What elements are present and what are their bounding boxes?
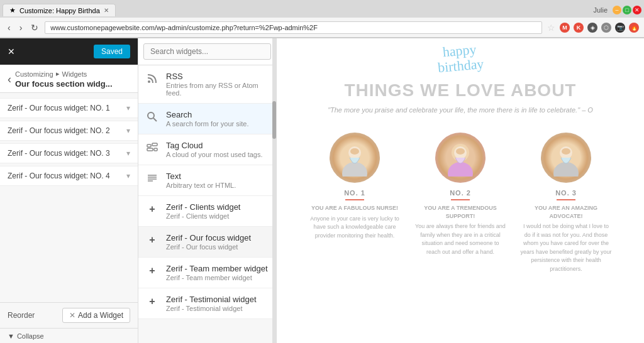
scrollbar-thumb[interactable]: [272, 101, 276, 139]
widget-list: Zerif - Our focus widget: NO. 1 ▾ Zerif …: [0, 93, 138, 302]
preview-area: happy birthday THINGS WE LOVE ABOUT "The…: [277, 38, 644, 343]
search-input[interactable]: [143, 43, 271, 60]
card-text-3: I would not be doing what I love to do i…: [519, 222, 613, 273]
customizer-header: ✕ Saved: [0, 38, 138, 65]
avatar-1: [330, 133, 380, 183]
forward-button[interactable]: ›: [17, 21, 25, 34]
list-item[interactable]: Search A search form for your site.: [138, 104, 276, 134]
add-icon: +: [146, 204, 158, 215]
browser-icon-4[interactable]: ⬡: [601, 23, 611, 33]
widget-footer: Reorder ✕ Add a Widget: [0, 302, 138, 328]
widget-item-label: Zerif - Our focus widget: NO. 1: [8, 104, 110, 112]
list-item[interactable]: Tag Cloud A cloud of your most used tags…: [138, 134, 276, 165]
search-icon: [146, 111, 158, 126]
maximize-button[interactable]: □: [623, 6, 631, 14]
tab-close-button[interactable]: ✕: [104, 7, 109, 14]
picker-item-desc: Arbitrary text or HTML.: [166, 182, 236, 189]
picker-item-title: Zerif - Our focus widget: [166, 233, 251, 242]
collapse-button[interactable]: ▼ Collapse: [8, 332, 44, 340]
tab-title: Customize: Happy Birthda...: [19, 7, 100, 14]
widget-picker-panel: RSS Entries from any RSS or Atom feed. S…: [138, 38, 277, 343]
customizer-panel: ✕ Saved ‹ Customizing ▸ Widgets Our focu…: [0, 38, 138, 343]
preview-content: happy birthday THINGS WE LOVE ABOUT "The…: [277, 38, 644, 343]
svg-line-2: [153, 118, 157, 121]
close-button[interactable]: ✕: [633, 6, 641, 14]
card-1: NO. 1 YOU ARE A FABULOUS NURSE! Anyone i…: [302, 126, 408, 280]
browser-icon-6[interactable]: 🔥: [629, 23, 639, 33]
picker-item-text: Search A search form for your site.: [166, 110, 248, 128]
widget-item[interactable]: Zerif - Our focus widget: NO. 4 ▾: [0, 166, 138, 186]
picker-item-text: Zerif - Clients widget Zerif - Clients w…: [166, 202, 240, 220]
card-text-1: Anyone in your care is very lucky to hav…: [308, 215, 401, 241]
list-item[interactable]: Text Arbitrary text or HTML.: [138, 165, 276, 196]
list-item[interactable]: + Zerif - Testimonial widget Zerif - Tes…: [138, 288, 276, 319]
browser-icons: ☆ M K ◈ ⬡ 📷 🔥: [546, 23, 639, 33]
browser-chrome: ★ Customize: Happy Birthda... ✕ Julie – …: [0, 0, 644, 38]
svg-point-18: [456, 148, 465, 155]
breadcrumb-sep: ▸: [56, 70, 60, 78]
breadcrumb-root: Customizing: [15, 70, 53, 78]
back-nav-button[interactable]: ‹: [8, 73, 11, 86]
customizer-close-button[interactable]: ✕: [8, 46, 15, 57]
tag-cloud-icon: [146, 142, 158, 156]
card-3: NO. 3 YOU ARE AN AMAZING ADVOCATE! I wou…: [513, 126, 619, 280]
reorder-button[interactable]: Reorder: [8, 311, 35, 320]
bookmark-icon[interactable]: ☆: [546, 23, 556, 33]
window-controls: – □ ✕: [613, 6, 641, 14]
card-heading-2: YOU ARE A TREMENDOUS SUPPORT!: [414, 204, 507, 220]
picker-item-desc: A search form for your site.: [166, 120, 248, 128]
list-item[interactable]: + Zerif - Team member widget Zerif - Tea…: [138, 258, 276, 288]
list-item[interactable]: + Zerif - Clients widget Zerif - Clients…: [138, 196, 276, 227]
picker-item-title: Tag Cloud: [166, 141, 262, 150]
collapse-label: Collapse: [17, 332, 44, 340]
svg-rect-3: [147, 144, 151, 147]
add-widget-icon: ✕: [69, 311, 75, 320]
picker-item-text: Tag Cloud A cloud of your most used tags…: [166, 141, 262, 158]
card-text-2: You are always there for friends and fam…: [414, 222, 507, 256]
tab-favicon: ★: [9, 6, 16, 14]
url-bar[interactable]: [45, 21, 542, 34]
customizer-section-title: Our focus section widg...: [15, 79, 113, 89]
browser-icon-5[interactable]: 📷: [615, 23, 625, 33]
list-item[interactable]: + Zerif - Our focus widget Zerif - Our f…: [138, 227, 276, 258]
collapse-icon: ▼: [8, 332, 14, 340]
add-widget-button[interactable]: ✕ Add a Widget: [62, 308, 130, 323]
widget-item-label: Zerif - Our focus widget: NO. 2: [8, 126, 110, 135]
svg-rect-4: [152, 143, 157, 146]
svg-rect-5: [147, 148, 153, 151]
refresh-button[interactable]: ↻: [28, 21, 41, 34]
picker-item-text: Zerif - Our focus widget Zerif - Our foc…: [166, 233, 251, 251]
list-item[interactable]: RSS Entries from any RSS or Atom feed.: [138, 65, 276, 104]
picker-list: RSS Entries from any RSS or Atom feed. S…: [138, 65, 276, 343]
picker-item-title: Zerif - Clients widget: [166, 202, 240, 212]
card-heading-3: YOU ARE AN AMAZING ADVOCATE!: [519, 204, 613, 220]
site-header: happy birthday: [277, 38, 644, 74]
card-number-1: NO. 1: [308, 189, 401, 197]
card-divider-1: [345, 199, 364, 200]
picker-item-text: RSS Entries from any RSS or Atom feed.: [166, 72, 269, 97]
browser-icon-3[interactable]: ◈: [587, 23, 597, 33]
address-bar: ‹ › ↻ ☆ M K ◈ ⬡ 📷 🔥: [0, 18, 644, 38]
add-icon: +: [146, 296, 158, 307]
picker-item-desc: Zerif - Our focus widget: [166, 243, 251, 251]
section-quote: "The more you praise and celebrate your …: [289, 106, 631, 114]
picker-item-title: Text: [166, 172, 236, 181]
card-heading-1: YOU ARE A FABULOUS NURSE!: [308, 204, 401, 212]
widget-item-label: Zerif - Our focus widget: NO. 3: [8, 149, 110, 158]
avatar-3: [541, 133, 591, 183]
minimize-button[interactable]: –: [613, 6, 621, 14]
picker-item-text: Text Arbitrary text or HTML.: [166, 172, 236, 189]
picker-item-desc: Entries from any RSS or Atom feed.: [166, 82, 269, 97]
browser-icon-2[interactable]: K: [574, 23, 584, 33]
widget-item[interactable]: Zerif - Our focus widget: NO. 3 ▾: [0, 143, 138, 163]
picker-item-text: Zerif - Testimonial widget Zerif - Testi…: [166, 295, 257, 312]
saved-button[interactable]: Saved: [94, 45, 130, 58]
svg-point-1: [148, 112, 154, 119]
browser-icon-1[interactable]: M: [560, 23, 570, 33]
back-button[interactable]: ‹: [5, 21, 13, 34]
widget-item-arrow: ▾: [126, 126, 130, 135]
browser-tab[interactable]: ★ Customize: Happy Birthda... ✕: [3, 4, 116, 16]
rss-icon: [146, 73, 158, 87]
widget-item[interactable]: Zerif - Our focus widget: NO. 2 ▾: [0, 121, 138, 141]
widget-item[interactable]: Zerif - Our focus widget: NO. 1 ▾: [0, 98, 138, 118]
